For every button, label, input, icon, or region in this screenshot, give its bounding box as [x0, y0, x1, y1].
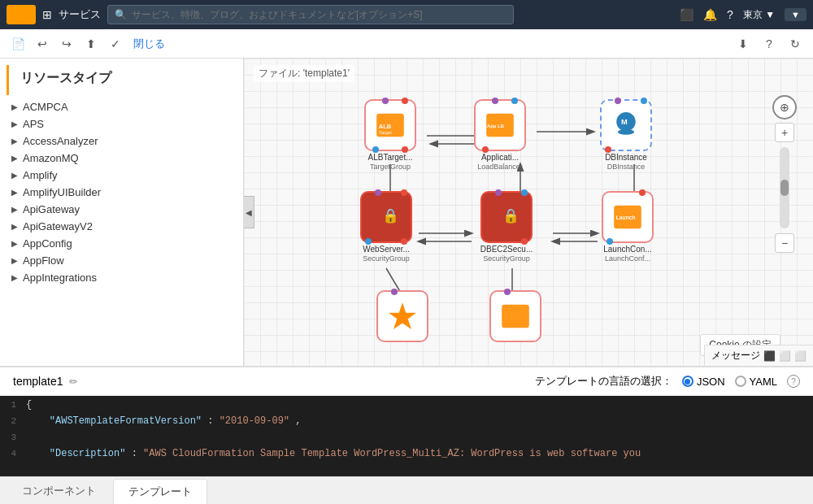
arrow-icon: ▶	[11, 171, 18, 180]
sidebar-item-amplify[interactable]: ▶ Amplify	[0, 167, 243, 184]
yaml-radio[interactable]: YAML	[735, 376, 777, 388]
zoom-out-button[interactable]: −	[775, 233, 794, 253]
monitor-icon[interactable]: ⬛	[680, 8, 693, 21]
close-button[interactable]: 閉じる	[133, 37, 165, 51]
alb-sub: TargetGroup	[358, 163, 423, 171]
svg-text:ALB: ALB	[379, 123, 392, 130]
search-bar[interactable]: 🔍	[107, 5, 514, 24]
code-editor[interactable]: 1 { 2 "AWSTemplateFormatVersion" : "2010…	[0, 396, 813, 476]
sidebar-label: AmazonMQ	[23, 152, 79, 164]
sidebar-item-accessanalyzer[interactable]: ▶ AccessAnalyzer	[0, 133, 243, 150]
arrow-icon: ▶	[11, 222, 18, 231]
json-label: JSON	[697, 376, 725, 388]
grid-icon[interactable]: ⊞	[42, 8, 52, 21]
bottom-title: template1 ✏	[13, 375, 78, 388]
arrow-icon: ▶	[11, 154, 18, 163]
undo-button[interactable]: ↩	[33, 34, 52, 54]
sidebar-item-apigatewayv2[interactable]: ▶ ApiGatewayV2	[0, 218, 243, 235]
help-icon[interactable]: ?	[727, 8, 733, 21]
svg-point-20	[618, 129, 634, 135]
svg-text:App LB: App LB	[487, 124, 504, 128]
lang-help-icon[interactable]: ?	[787, 375, 800, 388]
web-sub: SecurityGroup	[354, 254, 419, 263]
bell-icon[interactable]: 🔔	[703, 8, 717, 21]
sidebar-label: APS	[23, 118, 44, 130]
zoom-in-button[interactable]: +	[775, 123, 794, 142]
tab-template[interactable]: テンプレート	[113, 479, 207, 504]
main-area: リソースタイプ ▶ ACMPCA ▶ APS ▶ AccessAnalyzer …	[0, 59, 813, 366]
panel-icon-1[interactable]: ⬛	[763, 350, 776, 362]
check-button[interactable]: ✓	[106, 34, 125, 54]
sidebar-label: AccessAnalyzer	[23, 135, 98, 147]
line-num-2: 2	[0, 415, 26, 426]
node-app[interactable]: App LB Applicati... LoadBalancer	[467, 99, 533, 171]
services-menu[interactable]: サービス	[59, 7, 101, 22]
compass-icon[interactable]: ⊕	[772, 95, 797, 119]
code-line-4: 4 "Description" : "AWS CloudFormation Sa…	[0, 448, 813, 464]
sidebar-item-aps[interactable]: ▶ APS	[0, 115, 243, 133]
sidebar-label: Amplify	[23, 169, 58, 181]
panel-icon-2[interactable]: ⬜	[779, 350, 791, 362]
sidebar-item-apigateway[interactable]: ▶ ApiGateway	[0, 201, 243, 218]
template-name: template1	[13, 375, 63, 388]
svg-text:M: M	[621, 118, 628, 126]
node-bot2[interactable]	[483, 290, 548, 342]
dbsec-sub: SecurityGroup	[474, 254, 539, 263]
zoom-slider[interactable]	[780, 147, 789, 228]
redo-button[interactable]: ↪	[57, 34, 76, 54]
toolbar: 📄 ↩ ↪ ⬆ ✓ 閉じる ⬇ ? ↻	[0, 29, 813, 59]
help-toolbar-icon[interactable]: ?	[759, 34, 779, 54]
sidebar-label: ApiGateway	[23, 203, 80, 215]
dbsec-label: DBEC2Secu...	[474, 245, 539, 254]
panel-icon-3[interactable]: ⬜	[794, 350, 806, 362]
file-button[interactable]: 📄	[8, 34, 28, 54]
upload-button[interactable]: ⬆	[81, 34, 101, 54]
code-line-1: 1 {	[0, 399, 813, 415]
edit-icon[interactable]: ✏	[69, 376, 78, 388]
tab-component[interactable]: コンポーネント	[7, 478, 111, 504]
svg-rect-28	[502, 305, 529, 328]
svg-text:🔒: 🔒	[382, 207, 399, 224]
yaml-label: YAML	[750, 376, 777, 388]
yaml-radio-dot	[735, 376, 746, 387]
node-launch[interactable]: Launch LaunchCon... LaunchConf...	[595, 191, 660, 263]
sidebar-item-amazonmq[interactable]: ▶ AmazonMQ	[0, 150, 243, 167]
bottom-panel: template1 ✏ テンプレートの言語の選択： JSON YAML ? 1 …	[0, 366, 813, 504]
node-db[interactable]: M DBInstance DBInstance	[593, 99, 659, 171]
services-label: サービス	[59, 7, 101, 22]
refresh-icon[interactable]: ↻	[785, 34, 805, 54]
sidebar-item-acmpca[interactable]: ▶ ACMPCA	[0, 98, 243, 115]
svg-text:Launch: Launch	[616, 215, 636, 220]
sidebar-label: AppIntegrations	[23, 272, 97, 284]
node-web[interactable]: 🔒 WebServer... SecurityGroup	[354, 191, 419, 263]
canvas-area[interactable]: ファイル: 'template1' ◀	[244, 59, 813, 366]
download-icon[interactable]: ⬇	[733, 34, 753, 54]
launch-sub: LaunchConf...	[595, 254, 660, 263]
search-input[interactable]	[132, 9, 506, 20]
sidebar: リソースタイプ ▶ ACMPCA ▶ APS ▶ AccessAnalyzer …	[0, 59, 244, 366]
line-content-1: {	[26, 399, 32, 411]
sidebar-item-amplifyuibuilder[interactable]: ▶ AmplifyUIBuilder	[0, 184, 243, 201]
sidebar-label: ApiGatewayV2	[23, 220, 93, 232]
nav-right: ⬛ 🔔 ? 東京 ▼ ▼	[680, 8, 806, 22]
alb-label: ALBTarget...	[358, 153, 423, 163]
sidebar-item-appconfig[interactable]: ▶ AppConfig	[0, 235, 243, 252]
account-menu[interactable]: ▼	[785, 8, 806, 21]
node-dbsec[interactable]: 🔒 DBEC2Secu... SecurityGroup	[474, 191, 539, 263]
launch-label: LaunchCon...	[595, 245, 660, 254]
db-label: DBInstance	[593, 153, 659, 163]
json-radio[interactable]: JSON	[682, 376, 725, 388]
navbar: aws ⊞ サービス 🔍 ⬛ 🔔 ? 東京 ▼ ▼	[0, 0, 813, 29]
sidebar-title: リソースタイプ	[7, 65, 243, 95]
region-selector[interactable]: 東京 ▼	[743, 8, 775, 22]
close-label: 閉じる	[133, 37, 165, 51]
arrow-icon: ▶	[11, 188, 18, 197]
collapse-button[interactable]: ◀	[244, 196, 254, 228]
sidebar-item-appintegrations[interactable]: ▶ AppIntegrations	[0, 269, 243, 286]
message-panel[interactable]: メッセージ ⬛ ⬜ ⬜	[704, 345, 813, 366]
node-bot1[interactable]	[370, 290, 435, 342]
arrow-icon: ▶	[11, 102, 18, 111]
node-alb[interactable]: ALB Target ALBTarget... TargetGroup	[358, 99, 423, 171]
sidebar-item-appflow[interactable]: ▶ AppFlow	[0, 252, 243, 269]
svg-text:Target: Target	[379, 130, 393, 135]
